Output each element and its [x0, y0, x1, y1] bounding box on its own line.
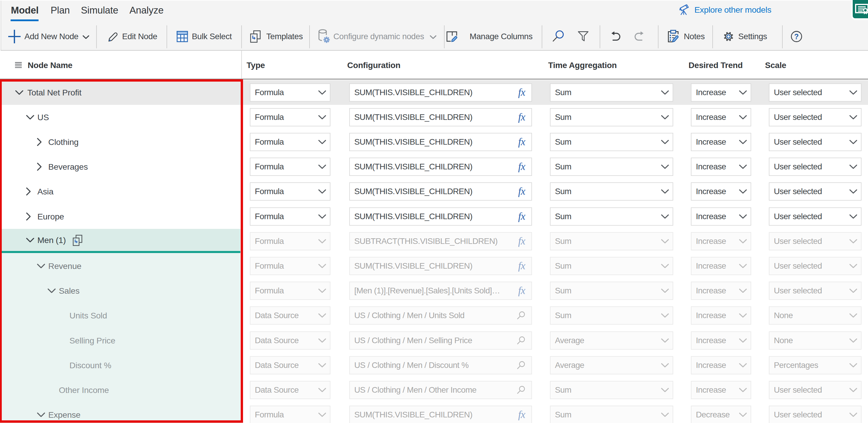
svg-text:?: ?	[794, 32, 799, 41]
